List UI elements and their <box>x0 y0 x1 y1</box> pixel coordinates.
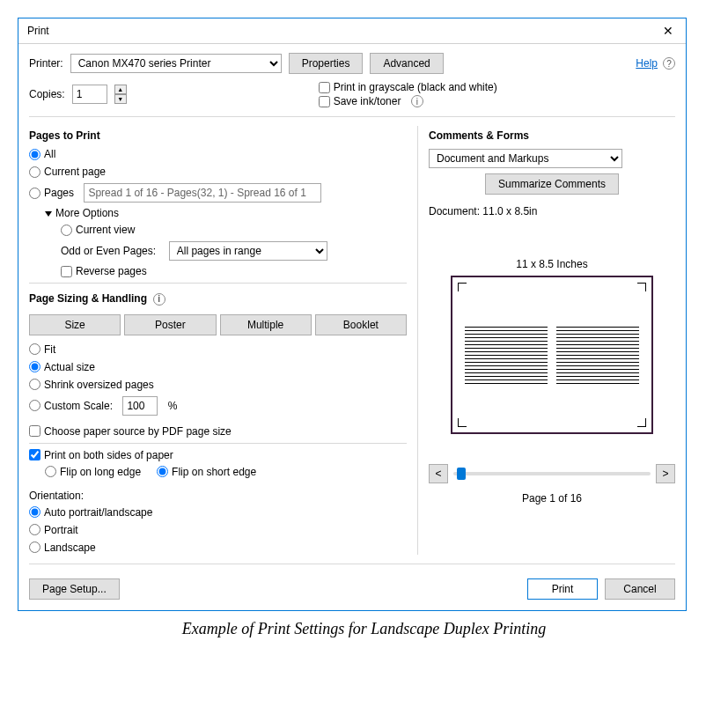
figure-caption: Example of Print Settings for Landscape … <box>18 620 710 638</box>
help-link[interactable]: Help <box>636 57 658 70</box>
next-page-button[interactable]: > <box>656 464 675 483</box>
comments-heading: Comments & Forms <box>429 129 675 142</box>
grayscale-checkbox[interactable] <box>319 82 330 93</box>
tab-booklet[interactable]: Booklet <box>315 314 407 335</box>
page-indicator: Page 1 of 16 <box>429 492 675 505</box>
printer-select[interactable]: Canon MX470 series Printer <box>70 54 282 73</box>
all-radio[interactable] <box>29 149 40 160</box>
window-title: Print <box>27 25 49 37</box>
more-options-toggle[interactable]: More Options <box>45 207 407 219</box>
sizing-heading: Page Sizing & Handling i <box>29 292 407 306</box>
slider-thumb-icon[interactable] <box>457 468 466 480</box>
oddeven-label: Odd or Even Pages: <box>61 245 156 257</box>
portrait-radio[interactable] <box>29 524 40 535</box>
all-label: All <box>44 148 55 160</box>
print-button[interactable]: Print <box>527 578 598 600</box>
pages-heading: Pages to Print <box>29 129 407 142</box>
auto-orient-label: Auto portrait/landscape <box>44 506 152 519</box>
sizing-info-icon[interactable]: i <box>153 293 165 306</box>
actual-radio[interactable] <box>29 361 40 372</box>
spin-down-icon[interactable]: ▼ <box>114 94 127 104</box>
crop-mark-icon <box>458 418 467 427</box>
oddeven-select[interactable]: All pages in range <box>169 241 327 261</box>
comments-select[interactable]: Document and Markups <box>429 149 622 168</box>
printer-label: Printer: <box>29 57 63 70</box>
titlebar: Print ✕ <box>18 18 686 44</box>
flip-short-label: Flip on short edge <box>172 466 256 478</box>
pages-label: Pages <box>44 187 74 199</box>
orientation-label: Orientation: <box>29 490 407 502</box>
duplex-label: Print on both sides of paper <box>44 449 173 461</box>
currentpage-label: Current page <box>44 166 106 178</box>
preview-size-label: 11 x 8.5 Inches <box>429 258 675 270</box>
tab-poster[interactable]: Poster <box>124 314 216 335</box>
saveink-checkbox[interactable] <box>319 96 330 107</box>
auto-orient-radio[interactable] <box>29 506 40 518</box>
duplex-checkbox[interactable] <box>29 449 40 460</box>
tab-multiple[interactable]: Multiple <box>220 314 312 335</box>
summarize-button[interactable]: Summarize Comments <box>485 173 619 195</box>
saveink-label: Save ink/toner <box>334 95 401 107</box>
cancel-button[interactable]: Cancel <box>605 578 675 600</box>
properties-button[interactable]: Properties <box>289 53 364 74</box>
pages-range-input[interactable] <box>84 183 321 203</box>
page-slider[interactable] <box>453 472 651 475</box>
custom-radio[interactable] <box>29 400 40 411</box>
custom-scale-input[interactable] <box>122 396 158 416</box>
saveink-info-icon[interactable]: i <box>411 95 423 107</box>
landscape-label: Landscape <box>44 542 96 554</box>
page-setup-button[interactable]: Page Setup... <box>29 578 120 600</box>
document-size-label: Document: 11.0 x 8.5in <box>429 205 675 217</box>
tab-size[interactable]: Size <box>29 314 121 335</box>
actual-label: Actual size <box>44 361 95 373</box>
flip-short-radio[interactable] <box>157 466 168 477</box>
spin-up-icon[interactable]: ▲ <box>114 85 127 94</box>
crop-mark-icon <box>637 418 646 427</box>
reverse-checkbox[interactable] <box>61 266 72 277</box>
pages-radio[interactable] <box>29 188 40 199</box>
fit-radio[interactable] <box>29 343 40 355</box>
prev-page-button[interactable]: < <box>429 464 448 483</box>
landscape-radio[interactable] <box>29 542 40 553</box>
portrait-label: Portrait <box>44 524 78 536</box>
crop-mark-icon <box>458 283 467 291</box>
currentpage-radio[interactable] <box>29 166 40 178</box>
flip-long-radio[interactable] <box>45 466 56 477</box>
help-info-icon[interactable]: ? <box>663 57 675 70</box>
shrink-label: Shrink oversized pages <box>44 379 154 391</box>
papersource-checkbox[interactable] <box>29 425 40 437</box>
custom-label: Custom Scale: <box>44 400 113 412</box>
advanced-button[interactable]: Advanced <box>370 53 443 74</box>
copies-label: Copies: <box>29 88 65 100</box>
print-dialog: Print ✕ Printer: Canon MX470 series Prin… <box>18 18 687 611</box>
papersource-label: Choose paper source by PDF page size <box>44 425 232 438</box>
flip-long-label: Flip on long edge <box>60 466 141 478</box>
reverse-label: Reverse pages <box>76 265 147 277</box>
grayscale-label: Print in grayscale (black and white) <box>334 81 497 93</box>
copies-input[interactable] <box>72 85 107 104</box>
currentview-label: Current view <box>76 224 135 236</box>
crop-mark-icon <box>637 283 646 291</box>
shrink-radio[interactable] <box>29 379 40 390</box>
close-icon[interactable]: ✕ <box>659 24 677 38</box>
print-preview <box>451 276 653 434</box>
copies-spinner[interactable]: ▲ ▼ <box>114 85 127 104</box>
fit-label: Fit <box>44 343 55 356</box>
currentview-radio[interactable] <box>61 225 72 236</box>
chevron-down-icon <box>45 211 52 217</box>
